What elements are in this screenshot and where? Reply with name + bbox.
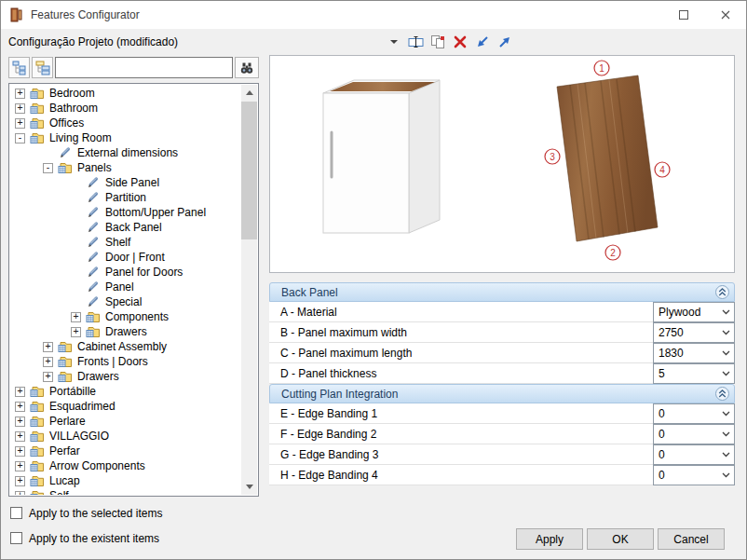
tree-expander-icon[interactable]: [15, 446, 25, 457]
tree-item-label: Partition: [105, 191, 146, 204]
rename-button[interactable]: [405, 32, 426, 52]
property-value-combobox[interactable]: 0: [653, 465, 735, 485]
tree-item[interactable]: Door | Front: [10, 250, 241, 265]
tree-item[interactable]: Bathroom: [10, 101, 241, 116]
property-value-combobox[interactable]: 0: [653, 403, 735, 424]
group-title: Back Panel: [281, 286, 338, 299]
collapse-group-button[interactable]: [715, 387, 729, 401]
collapse-all-button[interactable]: [8, 57, 30, 78]
window-controls: [662, 1, 746, 29]
tree-item[interactable]: VILLAGGIO: [10, 429, 241, 444]
tree-item[interactable]: Self: [10, 488, 241, 495]
tree-item-label: Door | Front: [105, 251, 165, 264]
property-value-combobox[interactable]: Plywood: [653, 302, 735, 322]
tree-item[interactable]: Bottom/Upper Panel: [10, 205, 241, 220]
expand-all-button[interactable]: [32, 57, 53, 78]
folder-icon: [30, 385, 46, 398]
apply-button[interactable]: Apply: [516, 528, 583, 550]
double-chevron-up-icon: [718, 288, 727, 296]
property-value-combobox[interactable]: 1830: [653, 343, 735, 363]
ok-button[interactable]: OK: [587, 528, 654, 550]
tree-expander-icon[interactable]: [15, 417, 25, 427]
tree-expander-icon[interactable]: [15, 89, 25, 99]
tree-expander-icon[interactable]: [15, 118, 25, 129]
copy-button[interactable]: [428, 32, 448, 52]
scrollbar-thumb[interactable]: [241, 102, 257, 239]
tree-item[interactable]: Fronts | Doors: [10, 354, 241, 369]
cancel-button[interactable]: Cancel: [658, 528, 725, 550]
tree-item-label: Portábille: [49, 385, 96, 398]
folder-icon: [30, 131, 46, 144]
tree-item[interactable]: Back Panel: [10, 220, 241, 235]
tree-item[interactable]: Offices: [10, 116, 241, 130]
app-icon: [8, 7, 23, 22]
tree-item[interactable]: External dimensions: [10, 145, 241, 160]
apply-existent-checkbox[interactable]: Apply to the existent items: [10, 530, 162, 546]
checkbox-icon[interactable]: [10, 532, 22, 544]
tree-expander-icon[interactable]: [15, 461, 25, 471]
property-row: G - Edge Banding 3 0: [269, 444, 735, 465]
find-button[interactable]: [235, 57, 259, 78]
property-row: H - Edge Banding 4 0: [269, 465, 735, 485]
tree-expander-icon[interactable]: [15, 133, 25, 143]
property-grid: Back Panel A - Material Plywood: [269, 282, 735, 485]
property-row: C - Panel maximum length 1830: [269, 343, 735, 363]
arrow-out-button[interactable]: [495, 32, 515, 52]
tree-expander-icon[interactable]: [15, 387, 25, 397]
apply-selected-checkbox[interactable]: Apply to the selected items: [10, 505, 162, 521]
delete-button[interactable]: [450, 32, 470, 52]
tree-item[interactable]: Side Panel: [10, 175, 241, 190]
tree-item[interactable]: Perfar: [10, 444, 241, 458]
tree-expander-icon[interactable]: [43, 163, 53, 173]
collapse-group-button[interactable]: [715, 285, 729, 299]
project-selector[interactable]: Configuração Projeto (modificado): [8, 32, 403, 52]
tree-item[interactable]: Arrow Components: [10, 458, 241, 473]
tree-item[interactable]: Portábille: [10, 384, 241, 399]
property-label: C - Panel maximum length: [280, 347, 412, 360]
tree-item[interactable]: Bedroom: [10, 86, 241, 101]
tree-expander-icon[interactable]: [15, 476, 25, 486]
close-button[interactable]: [704, 1, 746, 29]
tree-expander-icon[interactable]: [71, 312, 81, 322]
tree-item[interactable]: Panels: [10, 160, 241, 175]
tree-item[interactable]: Esquadrimed: [10, 399, 241, 414]
property-value-combobox[interactable]: 5: [653, 363, 735, 384]
folder-icon: [86, 325, 102, 338]
property-value-combobox[interactable]: 2750: [653, 322, 735, 343]
arrow-in-button[interactable]: [472, 32, 493, 52]
property-value-combobox[interactable]: 0: [653, 444, 735, 465]
tree-item[interactable]: Shelf: [10, 235, 241, 250]
tree-item[interactable]: Perlare: [10, 414, 241, 429]
group-header-cutting-plan[interactable]: Cutting Plan Integration: [269, 384, 735, 403]
tree-expander-icon[interactable]: [43, 342, 53, 352]
property-value-combobox[interactable]: 0: [653, 424, 735, 444]
tree-item[interactable]: Special: [10, 294, 241, 309]
tree-item[interactable]: Drawers: [10, 324, 241, 339]
scroll-up-button[interactable]: [241, 85, 257, 101]
tree-item[interactable]: Panel for Doors: [10, 265, 241, 280]
group-header-back-panel[interactable]: Back Panel: [269, 282, 735, 302]
tree-search-input[interactable]: [55, 57, 233, 78]
checkbox-icon[interactable]: [10, 507, 22, 519]
property-row: A - Material Plywood: [269, 302, 735, 322]
tree-item[interactable]: Partition: [10, 190, 241, 205]
tree-expander-icon[interactable]: [43, 357, 53, 367]
tree-item[interactable]: Components: [10, 309, 241, 324]
tree-item[interactable]: Living Room: [10, 130, 241, 145]
property-value: 1830: [659, 347, 722, 360]
tree-item[interactable]: Panel: [10, 280, 241, 294]
scroll-down-button[interactable]: [241, 479, 257, 495]
tree-item[interactable]: Lucap: [10, 473, 241, 488]
tree-expander-icon[interactable]: [43, 372, 53, 382]
tree-expander-icon[interactable]: [71, 327, 81, 337]
maximize-button[interactable]: [662, 1, 704, 29]
folder-icon: [30, 474, 46, 487]
tree-scrollbar[interactable]: [241, 85, 257, 495]
tree-expander-icon[interactable]: [15, 103, 25, 114]
tree-item[interactable]: Cabinet Assembly: [10, 339, 241, 354]
feature-tree-panel: Bedroom: [8, 83, 259, 497]
tree-expander-icon[interactable]: [15, 431, 25, 442]
tree-expander-icon[interactable]: [15, 491, 25, 496]
tree-expander-icon[interactable]: [15, 402, 25, 412]
tree-item[interactable]: Drawers: [10, 369, 241, 384]
